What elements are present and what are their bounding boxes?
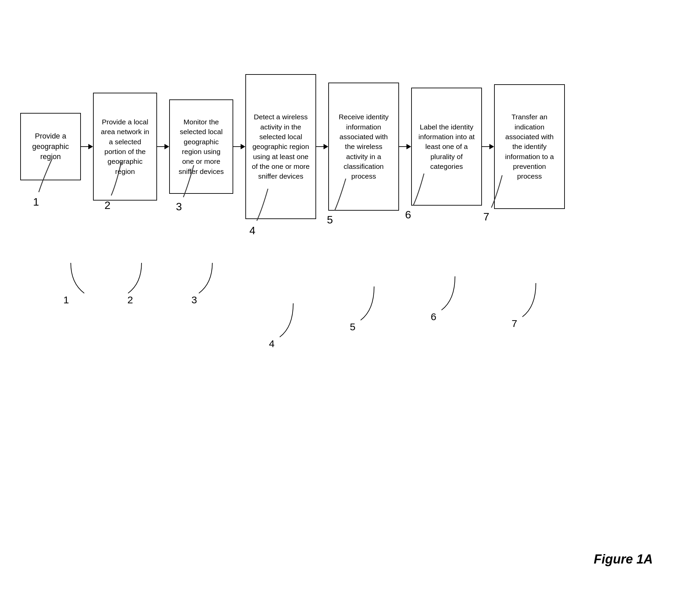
step-1-wrapper: Provide a geographic region — [20, 113, 81, 180]
step-5-text: Receive identity information associated … — [334, 112, 393, 181]
step-1-box: Provide a geographic region — [20, 113, 81, 180]
step-2-text: Provide a local area network in a select… — [99, 117, 151, 176]
step-7-text: Transfer an indication associated with t… — [500, 112, 559, 181]
step-5-box: Receive identity information associated … — [328, 83, 399, 211]
step-6-box: Label the identity information into at l… — [411, 88, 482, 206]
arrow-6-7 — [482, 144, 494, 149]
step-3-wrapper: Monitor the selected local geographic re… — [169, 100, 233, 194]
step-3-text: Monitor the selected local geographic re… — [175, 117, 227, 176]
step-6-wrapper: Label the identity information into at l… — [411, 88, 482, 206]
step-1-text: Provide a geographic region — [26, 131, 75, 162]
arrow-4-5 — [316, 144, 328, 149]
step-7-wrapper: Transfer an indication associated with t… — [494, 84, 565, 209]
step-2-box: Provide a local area network in a select… — [93, 93, 157, 201]
arrow-3-4 — [233, 144, 245, 149]
step-5-wrapper: Receive identity information associated … — [328, 83, 399, 211]
step-4-text: Detect a wireless activity in the select… — [251, 112, 310, 181]
step-2-wrapper: Provide a local area network in a select… — [93, 93, 157, 201]
step-3-box: Monitor the selected local geographic re… — [169, 100, 233, 194]
figure-label: Figure 1A — [594, 552, 653, 567]
arrow-1-2 — [81, 144, 93, 149]
step-4-box: Detect a wireless activity in the select… — [245, 74, 316, 219]
step-6-text: Label the identity information into at l… — [417, 122, 476, 171]
arrow-2-3 — [157, 144, 169, 149]
arrow-5-6 — [399, 144, 411, 149]
step-4-wrapper: Detect a wireless activity in the select… — [245, 74, 316, 219]
step-7-box: Transfer an indication associated with t… — [494, 84, 565, 209]
